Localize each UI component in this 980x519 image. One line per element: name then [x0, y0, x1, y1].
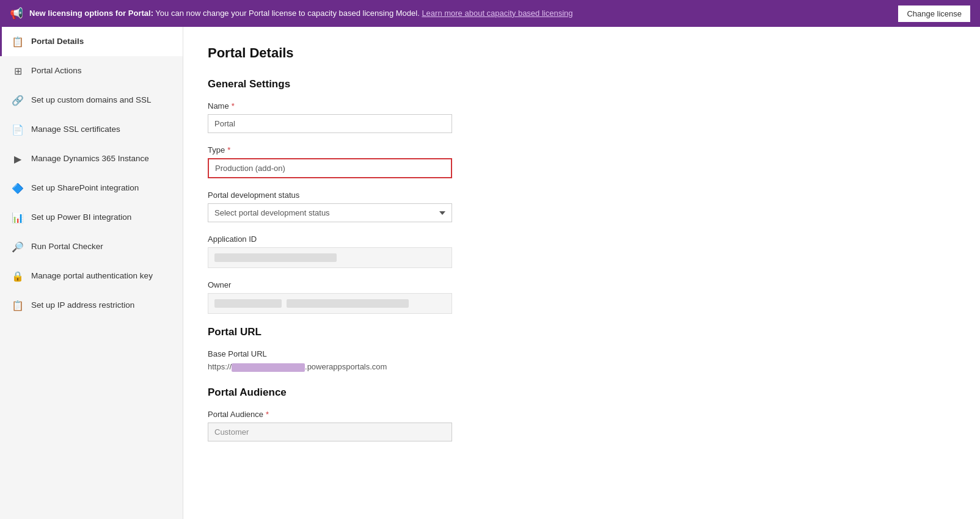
sidebar-item-custom-domains[interactable]: 🔗 Set up custom domains and SSL [0, 85, 183, 115]
ssl-certs-icon: 📄 [12, 123, 24, 136]
name-required: * [232, 101, 235, 111]
sidebar-label-ip-restriction: Set up IP address restriction [31, 300, 134, 311]
dynamics-icon: ▶ [12, 153, 24, 165]
portal-actions-icon: ⊞ [12, 65, 24, 77]
sidebar-label-portal-details: Portal Details [31, 36, 84, 47]
licensing-banner: 📢 New licensing options for Portal: You … [0, 0, 980, 27]
url-prefix: https:// [208, 362, 232, 371]
main-layout: 📋 Portal Details ⊞ Portal Actions 🔗 Set … [0, 27, 980, 519]
custom-domains-icon: 🔗 [12, 94, 24, 106]
sidebar-label-portal-checker: Run Portal Checker [31, 241, 103, 252]
sidebar-item-ssl-certs[interactable]: 📄 Manage SSL certificates [0, 115, 183, 144]
sidebar-item-powerbi[interactable]: 📊 Set up Power BI integration [0, 203, 183, 232]
app-id-label: Application ID [208, 234, 956, 244]
owner-value [208, 293, 452, 314]
sidebar-label-custom-domains: Set up custom domains and SSL [31, 95, 152, 106]
sidebar-item-portal-details[interactable]: 📋 Portal Details [0, 27, 183, 56]
sidebar-item-sharepoint[interactable]: 🔷 Set up SharePoint integration [0, 173, 183, 203]
base-portal-url-label: Base Portal URL [208, 349, 956, 358]
portal-audience-field-group: Portal Audience * [208, 410, 956, 441]
audience-label: Portal Audience * [208, 410, 956, 419]
sidebar-label-sharepoint: Set up SharePoint integration [31, 183, 139, 194]
owner-field-group: Owner [208, 280, 956, 314]
portal-dev-status-field-group: Portal development status Select portal … [208, 191, 956, 222]
url-redacted [232, 363, 305, 372]
app-id-field-group: Application ID [208, 234, 956, 268]
powerbi-icon: 📊 [12, 211, 24, 223]
ip-restriction-icon: 📋 [12, 299, 24, 311]
audience-required: * [266, 410, 269, 419]
sidebar-item-dynamics-instance[interactable]: ▶ Manage Dynamics 365 Instance [0, 144, 183, 173]
portal-audience-section: Portal Audience Portal Audience * [208, 387, 956, 441]
sidebar-item-portal-actions[interactable]: ⊞ Portal Actions [0, 56, 183, 85]
learn-more-link[interactable]: Learn more about capacity based licensin… [422, 9, 572, 18]
change-license-button[interactable]: Change license [898, 5, 970, 22]
sidebar-label-dynamics-instance: Manage Dynamics 365 Instance [31, 153, 149, 164]
portal-url-section: Portal URL Base Portal URL https://.powe… [208, 326, 956, 372]
type-field-group: Type * [208, 145, 956, 178]
name-field-group: Name * [208, 101, 956, 133]
owner-label: Owner [208, 280, 956, 289]
sidebar-label-ssl-certs: Manage SSL certificates [31, 124, 120, 135]
sidebar-label-powerbi: Set up Power BI integration [31, 212, 131, 223]
sidebar-item-ip-restriction[interactable]: 📋 Set up IP address restriction [0, 291, 183, 320]
portal-dev-status-label: Portal development status [208, 191, 956, 200]
general-settings-title: General Settings [208, 78, 956, 90]
app-id-redacted [214, 253, 337, 262]
type-label: Type * [208, 145, 956, 154]
app-id-value [208, 247, 452, 268]
sidebar-item-portal-checker[interactable]: 🔎 Run Portal Checker [0, 232, 183, 261]
base-portal-url-value: https://.powerappsportals.com [208, 362, 956, 372]
sidebar: 📋 Portal Details ⊞ Portal Actions 🔗 Set … [0, 27, 183, 519]
auth-key-icon: 🔒 [12, 270, 24, 282]
sidebar-item-auth-key[interactable]: 🔒 Manage portal authentication key [0, 261, 183, 291]
name-label: Name * [208, 101, 956, 111]
owner-redacted-2 [287, 299, 409, 308]
audience-input[interactable] [208, 423, 452, 441]
portal-url-title: Portal URL [208, 326, 956, 338]
sidebar-label-auth-key: Manage portal authentication key [31, 270, 153, 281]
page-title: Portal Details [208, 45, 956, 61]
banner-icon: 📢 [10, 7, 23, 20]
url-suffix: .powerappsportals.com [305, 362, 387, 371]
banner-text: New licensing options for Portal: You ca… [29, 8, 892, 19]
sharepoint-icon: 🔷 [12, 182, 24, 194]
name-input[interactable] [208, 114, 452, 133]
sidebar-label-portal-actions: Portal Actions [31, 65, 82, 76]
portal-audience-title: Portal Audience [208, 387, 956, 399]
portal-dev-status-select[interactable]: Select portal development status [208, 203, 452, 222]
portal-checker-icon: 🔎 [12, 241, 24, 253]
owner-redacted [214, 299, 282, 308]
type-input[interactable] [208, 158, 452, 178]
type-required: * [227, 145, 230, 154]
portal-details-icon: 📋 [12, 35, 24, 48]
content-area: Portal Details General Settings Name * T… [183, 27, 980, 519]
